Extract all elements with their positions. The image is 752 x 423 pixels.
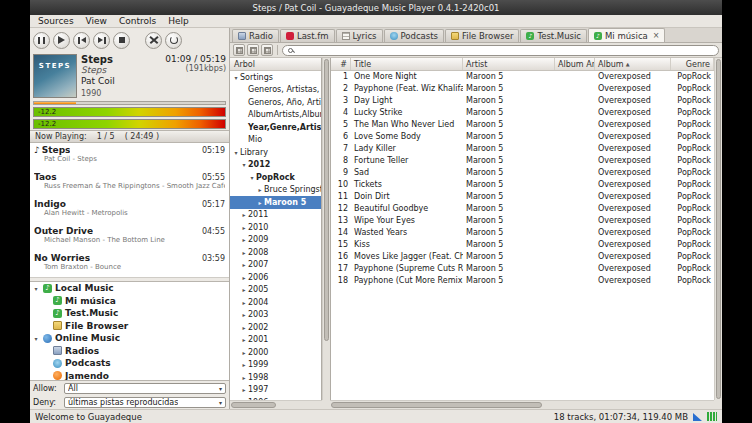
table-horizontal-scrollbar-thumb[interactable] [331, 402, 542, 408]
expander-open-icon[interactable]: ▾ [32, 285, 40, 292]
tree-node-2005[interactable]: ▸2005 [230, 284, 321, 297]
column-header-title[interactable]: Title [351, 58, 463, 70]
expander-open-icon[interactable]: ▾ [232, 74, 240, 81]
tree-node-mio[interactable]: Mio [230, 134, 321, 147]
tab-file-browser[interactable]: File Browser [445, 29, 519, 42]
tree-node-year-genre-artist-album[interactable]: Year,Genre,Artist,Album [230, 121, 321, 134]
column-header-genre[interactable]: Genre [671, 58, 714, 70]
tree-node-1997[interactable]: ▸1997 [230, 384, 321, 397]
tree-node-2004[interactable]: ▸2004 [230, 296, 321, 309]
tree-horizontal-scrollbar-thumb[interactable] [231, 402, 276, 408]
album-art[interactable]: STEPS [33, 54, 77, 98]
tree-node-generos-artistas-albumes[interactable]: Generos, Artistas, Albumes [230, 84, 321, 97]
playlist-item[interactable]: Taos05:55Russ Freeman & The Rippingtons … [30, 170, 229, 197]
table-row[interactable]: 6Love Some BodyMaroon 5OverexposedPopRoc… [331, 131, 714, 143]
search-input[interactable] [297, 45, 713, 56]
expander-closed-icon[interactable]: ▸ [240, 299, 248, 306]
expander-closed-icon[interactable]: ▸ [240, 361, 248, 368]
source-item-podcasts[interactable]: Podcasts [30, 357, 229, 370]
tree-node-2006[interactable]: ▸2006 [230, 271, 321, 284]
play-button[interactable] [53, 32, 70, 49]
next-button[interactable] [93, 32, 110, 49]
volume-indicator-icon[interactable] [693, 413, 702, 421]
table-row[interactable]: 3Day LightMaroon 5OverexposedPopRock [331, 95, 714, 107]
expander-closed-icon[interactable]: ▸ [240, 249, 248, 256]
tab-mi-música[interactable]: ♪Mi música× [588, 28, 665, 42]
playlist-item[interactable]: ♪Steps05:19Pat Coil - Steps [30, 143, 229, 170]
expander-open-icon[interactable]: ▾ [232, 149, 240, 156]
expander-closed-icon[interactable]: ▸ [240, 386, 248, 393]
tab-last-fm[interactable]: Last.fm [280, 29, 335, 42]
tab-close-icon[interactable]: × [653, 31, 660, 40]
playlist-item[interactable]: Indigo05:17Alan Hewitt - Metropolis [30, 197, 229, 224]
tree-node-2010[interactable]: ▸2010 [230, 221, 321, 234]
table-row[interactable]: 9SadMaroon 5OverexposedPopRock [331, 167, 714, 179]
expander-closed-icon[interactable]: ▸ [240, 286, 248, 293]
deny-filter-select[interactable]: últimas pistas reproducidas ▾ [64, 397, 226, 408]
expander-closed-icon[interactable]: ▸ [240, 374, 248, 381]
source-item-local-music[interactable]: ▾♪Local Music [30, 282, 229, 295]
expander-open-icon[interactable]: ▾ [32, 335, 40, 342]
expander-closed-icon[interactable]: ▸ [240, 349, 248, 356]
table-vertical-scrollbar[interactable] [714, 58, 722, 400]
playlist-item[interactable]: Outer Drive04:55Michael Manson - The Bot… [30, 224, 229, 251]
tree-node-bruce-springsteen[interactable]: ▸Bruce Springsteen [230, 184, 321, 197]
allow-filter-select[interactable]: All ▾ [64, 383, 226, 394]
source-item-test-music[interactable]: ♪Test.Music [30, 307, 229, 320]
tree-node-2000[interactable]: ▸2000 [230, 346, 321, 359]
table-row[interactable]: 15KissMaroon 5OverexposedPopRock [331, 239, 714, 251]
tree-node-poprock[interactable]: ▾PopRock [230, 171, 321, 184]
expander-closed-icon[interactable]: ▸ [240, 211, 248, 218]
menu-item-view[interactable]: View [80, 16, 113, 26]
tab-podcasts[interactable]: Podcasts [384, 29, 445, 42]
table-row[interactable]: 5The Man Who Never LiedMaroon 5Overexpos… [331, 119, 714, 131]
search-box[interactable] [282, 45, 719, 56]
tab-lyrics[interactable]: Lyrics [336, 29, 383, 42]
expander-closed-icon[interactable]: ▸ [256, 199, 264, 206]
tree-node-1999[interactable]: ▸1999 [230, 359, 321, 372]
table-row[interactable]: 4Lucky StrikeMaroon 5OverexposedPopRock [331, 107, 714, 119]
tree-column-header[interactable]: Arbol [230, 58, 321, 71]
source-item-radios[interactable]: Radios [30, 345, 229, 358]
tree-vertical-scrollbar[interactable] [322, 58, 330, 400]
tab-radio[interactable]: Radio [232, 29, 279, 42]
column-header-album-artist[interactable]: Album Artist [555, 58, 595, 70]
expander-closed-icon[interactable]: ▸ [240, 261, 248, 268]
tab-test-music[interactable]: ♪Test.Music [520, 29, 587, 42]
source-item-jamendo[interactable]: Jamendo [30, 370, 229, 382]
seek-slider[interactable] [33, 101, 226, 105]
table-row[interactable]: 2Payphone (Feat. Wiz Khalifa)Maroon 5Ove… [331, 83, 714, 95]
tree-node-2008[interactable]: ▸2008 [230, 246, 321, 259]
tree-node-2003[interactable]: ▸2003 [230, 309, 321, 322]
menu-item-controls[interactable]: Controls [113, 16, 162, 26]
expander-closed-icon[interactable]: ▸ [240, 224, 248, 231]
table-row[interactable]: 16Moves Like Jagger (Feat. Christina AgM… [331, 251, 714, 263]
title-bar[interactable]: Steps / Pat Coil - Guayadeque Music Play… [30, 0, 722, 15]
expander-closed-icon[interactable]: ▸ [240, 274, 248, 281]
column-header-artist[interactable]: Artist [463, 58, 555, 70]
table-row[interactable]: 17Payphone (Supreme Cuts Remix)Maroon 5O… [331, 263, 714, 275]
menu-item-sources[interactable]: Sources [32, 16, 80, 26]
tree-node-maroon-5[interactable]: ▸Maroon 5 [230, 196, 321, 209]
source-item-online-music[interactable]: ▾Online Music [30, 332, 229, 345]
tree-vertical-scrollbar-thumb[interactable] [324, 59, 329, 341]
tree-node-1998[interactable]: ▸1998 [230, 371, 321, 384]
tree-node-2002[interactable]: ▸2002 [230, 321, 321, 334]
source-item-mi-música[interactable]: ♪Mi música [30, 295, 229, 308]
source-item-file-browser[interactable]: File Browser [30, 320, 229, 333]
table-row[interactable]: 8Fortune TellerMaroon 5OverexposedPopRoc… [331, 155, 714, 167]
expander-closed-icon[interactable]: ▸ [240, 236, 248, 243]
tree-node-2007[interactable]: ▸2007 [230, 259, 321, 272]
column-header-album[interactable]: Album▲ [595, 58, 671, 70]
table-row[interactable]: 13Wipe Your EyesMaroon 5OverexposedPopRo… [331, 215, 714, 227]
table-horizontal-scrollbar[interactable] [330, 400, 714, 409]
table-row[interactable]: 12Beautiful GoodbyeMaroon 5OverexposedPo… [331, 203, 714, 215]
artist-view-button[interactable] [247, 44, 259, 56]
album-view-button[interactable] [261, 44, 273, 56]
equalizer-indicator-icon[interactable] [707, 412, 717, 421]
tree-node-sortings[interactable]: ▾Sortings [230, 71, 321, 84]
table-row[interactable]: 14Wasted YearsMaroon 5OverexposedPopRock [331, 227, 714, 239]
column-header-num[interactable]: # [331, 58, 351, 70]
expander-closed-icon[interactable]: ▸ [256, 186, 264, 193]
expander-closed-icon[interactable]: ▸ [240, 324, 248, 331]
